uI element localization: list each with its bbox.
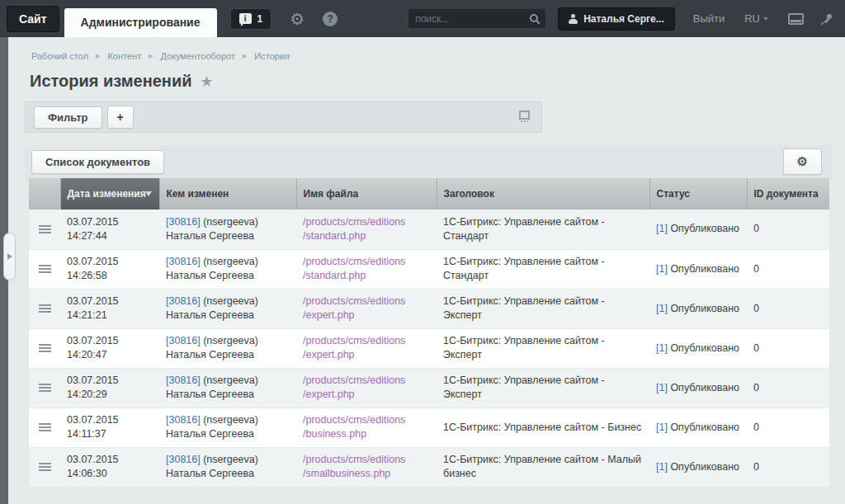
status-text: Опубликовано (670, 342, 739, 354)
file-name-link[interactable]: /business.php (303, 427, 430, 441)
user-id-link[interactable]: [30816] (166, 414, 201, 426)
filter-settings-icon[interactable] (519, 111, 530, 120)
favorite-star-icon[interactable]: ★ (201, 73, 214, 91)
doc-id-cell: 0 (747, 289, 829, 328)
filter-button[interactable]: Фильтр (34, 106, 102, 129)
date-cell: 03.07.2015 14:11:37 (60, 407, 159, 447)
notification-count: 1 (257, 13, 263, 25)
table-row: 03.07.2015 14:27:44 [30816] (nsergeeva) … (29, 210, 829, 249)
status-cell: [1] Опубликовано (649, 447, 747, 487)
row-menu-icon[interactable] (39, 384, 51, 392)
column-header-date[interactable]: Дата изменения (60, 178, 159, 210)
row-menu-cell (29, 407, 60, 447)
user-cell: [30816] (nsergeeva) Наталья Сергеева (159, 210, 296, 249)
user-id-link[interactable]: [30816] (166, 216, 201, 228)
column-header-status[interactable]: Статус (649, 178, 747, 210)
tab-site[interactable]: Сайт (7, 6, 59, 32)
user-fullname: Наталья Сергеева (166, 427, 290, 441)
menu-collapse-toggle[interactable] (3, 233, 16, 280)
hotkeys-panel-icon[interactable] (788, 13, 804, 25)
language-selector[interactable]: RU (744, 12, 768, 25)
file-name-link[interactable]: /expert.php (303, 309, 430, 323)
user-cell: [30816] (nsergeeva) Наталья Сергеева (159, 249, 296, 289)
row-menu-icon[interactable] (39, 423, 51, 431)
row-menu-icon[interactable] (39, 225, 51, 233)
file-path-link[interactable]: /products/cms/editions (303, 215, 430, 229)
breadcrumb-desktop[interactable]: Рабочий стол (31, 51, 88, 61)
file-name-link[interactable]: /expert.php (303, 348, 430, 362)
user-name: Наталья Серге... (583, 13, 664, 25)
file-cell: /products/cms/editions /expert.php (296, 328, 437, 368)
change-time: 14:20:47 (67, 348, 153, 362)
status-text: Опубликовано (670, 223, 739, 234)
logout-link[interactable]: Выйти (693, 12, 725, 25)
document-list-tab[interactable]: Список документов (31, 150, 164, 174)
user-login: (nsergeeva) (203, 216, 258, 228)
column-header-file[interactable]: Имя файла (296, 178, 437, 210)
search-input[interactable] (415, 13, 529, 25)
file-cell: /products/cms/editions /smallbusiness.ph… (296, 447, 437, 487)
user-cell: [30816] (nsergeeva) Наталья Сергеева (159, 368, 296, 407)
breadcrumb-content[interactable]: Контент (107, 51, 141, 61)
notifications-button[interactable]: i 1 (230, 8, 272, 30)
pin-icon[interactable] (820, 12, 833, 26)
column-header-title[interactable]: Заголовок (437, 178, 649, 210)
status-id: [1] (656, 422, 668, 433)
user-id-link[interactable]: [30816] (166, 256, 201, 267)
table-header-row: Дата изменения Кем изменен Имя файла Заг… (29, 178, 829, 210)
date-cell: 03.07.2015 14:20:47 (60, 328, 159, 368)
file-path-link[interactable]: /products/cms/editions (303, 453, 430, 467)
row-menu-icon[interactable] (39, 265, 51, 273)
change-time: 14:11:37 (67, 427, 153, 441)
user-login: (nsergeeva) (203, 374, 258, 386)
user-id-link[interactable]: [30816] (166, 454, 201, 465)
breadcrumb-workflow[interactable]: Документооборот (161, 51, 235, 61)
file-cell: /products/cms/editions /expert.php (296, 289, 437, 328)
title-cell: 1С-Битрикс: Управление сайтом - Стандарт (437, 210, 649, 249)
search-box (408, 8, 546, 29)
file-name-link[interactable]: /standard.php (303, 269, 430, 283)
column-header-user[interactable]: Кем изменен (159, 178, 296, 210)
breadcrumb-separator-icon: ▶ (243, 53, 247, 59)
file-name-link[interactable]: /standard.php (303, 229, 430, 243)
row-menu-icon[interactable] (39, 463, 51, 471)
add-filter-button[interactable]: + (107, 106, 134, 129)
date-cell: 03.07.2015 14:06:30 (60, 447, 159, 487)
change-time: 14:21:21 (67, 309, 153, 323)
file-path-link[interactable]: /products/cms/editions (303, 334, 430, 348)
file-path-link[interactable]: /products/cms/editions (303, 255, 430, 269)
title-cell: 1С-Битрикс: Управление сайтом - Эксперт (437, 328, 649, 368)
user-fullname: Наталья Сергеева (166, 467, 290, 481)
file-path-link[interactable]: /products/cms/editions (303, 374, 430, 388)
change-date: 03.07.2015 (67, 294, 153, 309)
search-icon[interactable] (529, 13, 541, 25)
breadcrumb-history[interactable]: История (254, 51, 290, 61)
row-menu-icon[interactable] (39, 304, 51, 313)
user-id-link[interactable]: [30816] (166, 335, 201, 346)
status-text: Опубликовано (670, 422, 739, 433)
date-cell: 03.07.2015 14:21:21 (60, 289, 159, 328)
file-path-link[interactable]: /products/cms/editions (303, 413, 430, 427)
user-menu-button[interactable]: Наталья Серге... (558, 7, 675, 31)
title-cell: 1С-Битрикс: Управление сайтом - Эксперт (437, 289, 649, 328)
file-path-link[interactable]: /products/cms/editions (303, 294, 430, 309)
title-cell: 1С-Битрикс: Управление сайтом - Эксперт (437, 368, 649, 407)
status-cell: [1] Опубликовано (649, 249, 747, 289)
grid-settings-button[interactable]: ⚙ (783, 148, 822, 175)
user-id-link[interactable]: [30816] (166, 295, 201, 307)
row-menu-icon[interactable] (39, 344, 51, 352)
table-row: 03.07.2015 14:06:30 [30816] (nsergeeva) … (29, 447, 829, 487)
user-fullname: Наталья Сергеева (166, 269, 290, 283)
user-fullname: Наталья Сергеева (166, 388, 290, 402)
date-cell: 03.07.2015 14:20:29 (60, 368, 159, 407)
change-date: 03.07.2015 (67, 374, 153, 388)
breadcrumb: Рабочий стол ▶ Контент ▶ Документооборот… (25, 37, 845, 61)
file-name-link[interactable]: /smallbusiness.php (303, 467, 430, 481)
settings-gear-icon[interactable]: ⚙ (290, 11, 304, 27)
language-label: RU (744, 12, 760, 25)
help-icon[interactable]: ? (323, 12, 338, 26)
user-id-link[interactable]: [30816] (166, 374, 201, 386)
file-name-link[interactable]: /expert.php (303, 388, 430, 402)
tab-administration[interactable]: Администрирование (64, 8, 217, 37)
column-header-id[interactable]: ID документа (747, 178, 829, 210)
